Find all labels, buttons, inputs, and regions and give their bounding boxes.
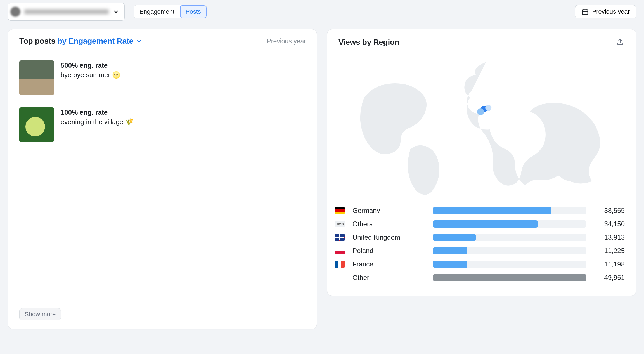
metric-selector-label: by Engagement Rate — [57, 37, 133, 46]
chevron-down-icon — [136, 38, 142, 44]
metric-selector[interactable]: by Engagement Rate — [57, 37, 142, 46]
top-posts-period: Previous year — [267, 37, 306, 45]
region-bar — [433, 220, 586, 228]
region-bar — [433, 247, 586, 254]
region-row: Germany38,555 — [333, 204, 625, 217]
region-row: OthersOthers34,150 — [333, 217, 625, 231]
flag-icon — [335, 247, 345, 254]
region-bar — [433, 207, 586, 214]
avatar — [10, 7, 20, 17]
date-range-label: Previous year — [592, 8, 630, 15]
post-thumbnail — [19, 107, 54, 142]
region-name: Other — [352, 274, 428, 282]
post-thumbnail — [19, 60, 54, 95]
region-name: Others — [352, 220, 428, 228]
flag-icon — [335, 261, 345, 268]
divider — [610, 37, 610, 47]
region-value: 11,198 — [591, 260, 625, 268]
svg-point-6 — [477, 108, 484, 115]
flag-icon: Others — [335, 221, 345, 227]
view-tabs: Engagement Posts — [134, 5, 207, 18]
region-name: France — [352, 260, 428, 268]
posts-list: 500% eng. ratebye bye summer 🌝100% eng. … — [19, 60, 306, 154]
region-value: 34,150 — [591, 220, 625, 228]
region-row: Other49,951 — [333, 271, 625, 284]
account-name — [24, 9, 109, 14]
region-list: Germany38,555OthersOthers34,150United Ki… — [333, 202, 625, 284]
views-by-region-card: Views by Region — [327, 29, 636, 296]
region-name: Poland — [352, 247, 428, 255]
region-row: France11,198 — [333, 258, 625, 271]
region-row: Poland11,225 — [333, 244, 625, 258]
export-icon — [616, 38, 624, 46]
date-range-button[interactable]: Previous year — [575, 5, 636, 18]
post-item[interactable]: 500% eng. ratebye bye summer 🌝 — [19, 60, 306, 95]
region-name: Germany — [352, 207, 428, 214]
toolbar: Engagement Posts Previous year — [8, 3, 636, 21]
region-card-title: Views by Region — [338, 38, 399, 47]
top-posts-title-prefix: Top posts — [19, 37, 57, 45]
world-map — [333, 60, 625, 202]
svg-rect-0 — [583, 10, 588, 14]
region-value: 38,555 — [591, 207, 625, 214]
flag-icon — [335, 234, 345, 241]
chevron-down-icon — [113, 8, 119, 15]
export-button[interactable] — [615, 37, 625, 48]
region-bar — [433, 274, 586, 281]
region-row: United Kingdom13,913 — [333, 231, 625, 244]
region-value: 13,913 — [591, 233, 625, 241]
region-bar — [433, 261, 586, 268]
top-posts-card: Top posts by Engagement Rate Previous ye… — [8, 29, 317, 329]
tab-posts[interactable]: Posts — [180, 5, 207, 18]
account-selector[interactable] — [8, 3, 125, 21]
post-caption: bye bye summer 🌝 — [61, 71, 120, 79]
post-item[interactable]: 100% eng. rateevening in the village 🌾 — [19, 107, 306, 142]
post-rate: 100% eng. rate — [61, 108, 134, 116]
region-value: 11,225 — [591, 247, 625, 255]
show-more-button[interactable]: Show more — [19, 308, 61, 320]
post-rate: 500% eng. rate — [61, 62, 120, 69]
calendar-icon — [581, 8, 589, 15]
tab-engagement[interactable]: Engagement — [134, 5, 180, 18]
svg-point-7 — [485, 105, 491, 111]
world-map-icon — [345, 60, 613, 202]
region-bar — [433, 234, 586, 241]
top-posts-title: Top posts by Engagement Rate — [19, 37, 142, 46]
post-caption: evening in the village 🌾 — [61, 118, 134, 126]
region-name: United Kingdom — [352, 233, 428, 241]
region-value: 49,951 — [591, 274, 625, 282]
flag-icon — [335, 207, 345, 214]
